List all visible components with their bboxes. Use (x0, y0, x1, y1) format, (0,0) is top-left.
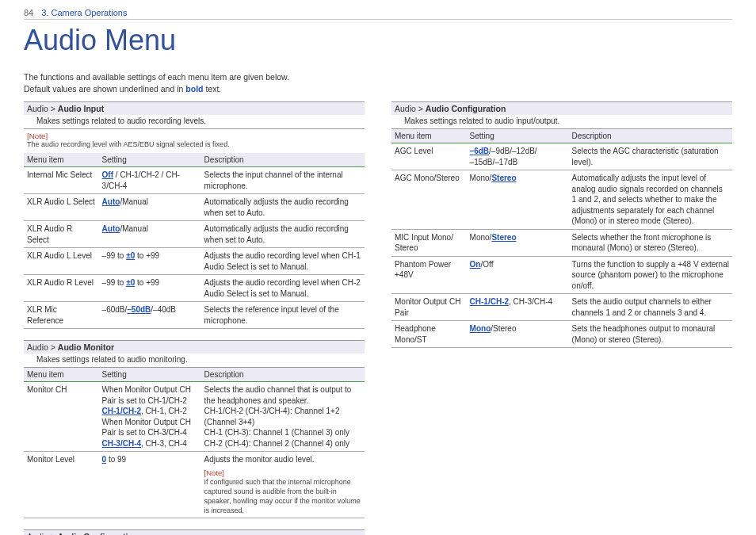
cell-desc: Selects whether the front microphone is … (569, 229, 732, 256)
col-description: Description (569, 129, 732, 143)
audio-config-right-table: Menu item Setting Description AGC Level–… (391, 129, 732, 348)
audio-monitor-block: Audio > Audio Monitor Makes settings rel… (24, 340, 365, 518)
cell-setting: Auto/Manual (99, 221, 201, 248)
block-title: Audio > Audio Configuration (24, 529, 365, 535)
table-row: AGC Mono/StereoMono/StereoAutomatically … (391, 170, 732, 230)
page-header: 84 3. Camera Operations (24, 8, 732, 20)
intro-line-2: Default values are shown underlined and … (24, 83, 732, 95)
table-row: Monitor Output CH PairCH-1/CH-2, CH-3/CH… (391, 294, 732, 321)
table-row: Monitor CH When Monitor Output CH Pair i… (24, 382, 365, 452)
cell-setting: –6dB/–9dB/–12dB/–15dB/–17dB (467, 143, 569, 170)
cell-setting: When Monitor Output CH Pair is set to CH… (99, 382, 201, 452)
cell-setting: Mono/Stereo (467, 229, 569, 256)
table-row: AGC Level–6dB/–9dB/–12dB/–15dB/–17dBSele… (391, 143, 732, 170)
col-menu-item: Menu item (24, 153, 99, 167)
col-menu-item: Menu item (24, 368, 99, 382)
cell-item: XLR Audio L Level (24, 248, 99, 275)
table-row: XLR Audio L Level–99 to ±0 to +99Adjusts… (24, 248, 365, 275)
table-row: XLR Mic Reference–60dB/–50dB/–40dBSelect… (24, 302, 365, 329)
section-breadcrumb[interactable]: 3. Camera Operations (41, 8, 127, 17)
cell-setting: –99 to ±0 to +99 (99, 275, 201, 302)
page-number: 84 (24, 8, 33, 17)
cell-desc: Selects the input channel of the interna… (201, 167, 365, 194)
table-row: Headphone Mono/STMono/StereoSets the hea… (391, 321, 732, 348)
table-header-row: Menu item Setting Description (24, 153, 365, 167)
cell-item: Internal Mic Select (24, 167, 99, 194)
col-setting: Setting (467, 129, 569, 143)
block-subtitle: Makes settings related to audio monitori… (24, 353, 365, 368)
cell-desc: Selects the audio channel that is output… (201, 382, 365, 452)
cell-item: AGC Level (391, 143, 467, 170)
cell-item: AGC Mono/Stereo (391, 170, 467, 230)
cell-setting: Auto/Manual (99, 194, 201, 221)
table-row: XLR Audio L SelectAuto/ManualAutomatical… (24, 194, 365, 221)
note-text: The audio recording level with AES/EBU s… (24, 140, 365, 150)
table-row: XLR Audio R SelectAuto/ManualAutomatical… (24, 221, 365, 248)
table-header-row: Menu item Setting Description (391, 129, 732, 143)
cell-item: XLR Audio L Select (24, 194, 99, 221)
cell-item: XLR Mic Reference (24, 302, 99, 329)
cell-item: Monitor Level (24, 452, 99, 518)
cell-desc: Automatically adjusts the audio recordin… (201, 194, 365, 221)
col-description: Description (201, 368, 365, 382)
cell-setting: Mono/Stereo (467, 321, 569, 348)
col-setting: Setting (99, 153, 201, 167)
cell-setting: CH-1/CH-2, CH-3/CH-4 (467, 294, 569, 321)
audio-monitor-table: Menu item Setting Description Monitor CH… (24, 368, 365, 518)
col-setting: Setting (99, 368, 201, 382)
block-title: Audio > Audio Configuration (391, 101, 732, 115)
right-column: Audio > Audio Configuration Makes settin… (391, 101, 732, 535)
table-row: Internal Mic SelectOff / CH-1/CH-2 / CH-… (24, 167, 365, 194)
block-title: Audio > Audio Input (24, 101, 365, 115)
cell-desc: Adjusts the monitor audio level. [Note] … (201, 452, 365, 518)
audio-input-table: Menu item Setting Description Internal M… (24, 153, 365, 329)
cell-item: Monitor Output CH Pair (391, 294, 467, 321)
cell-desc: Automatically adjusts the input level of… (569, 170, 732, 230)
cell-item: Phantom Power +48V (391, 256, 467, 294)
cell-item: XLR Audio R Level (24, 275, 99, 302)
cell-setting: Mono/Stereo (467, 170, 569, 230)
block-subtitle: Makes settings related to audio input/ou… (391, 115, 732, 129)
table-row: Phantom Power +48VOn/OffTurns the functi… (391, 256, 732, 294)
intro-line-1: The functions and available settings of … (24, 71, 732, 83)
cell-setting: On/Off (467, 256, 569, 294)
table-header-row: Menu item Setting Description (24, 368, 365, 382)
cell-desc: Turns the function to supply a +48 V ext… (569, 256, 732, 294)
cell-item: XLR Audio R Select (24, 221, 99, 248)
intro-text: The functions and available settings of … (24, 71, 732, 95)
cell-item: MIC Input Mono/Stereo (391, 229, 467, 256)
cell-desc: Selects the AGC characteristic (saturati… (569, 143, 732, 170)
note-label: [Note] (24, 132, 365, 140)
cell-desc: Selects the reference input level of the… (201, 302, 365, 329)
table-row: XLR Audio R Level–99 to ±0 to +99Adjusts… (24, 275, 365, 302)
cell-setting: Off / CH-1/CH-2 / CH-3/CH-4 (99, 167, 201, 194)
cell-desc: Adjusts the audio recording level when C… (201, 275, 365, 302)
page: 84 3. Camera Operations Audio Menu The f… (0, 0, 756, 535)
col-menu-item: Menu item (391, 129, 467, 143)
cell-setting: –60dB/–50dB/–40dB (99, 302, 201, 329)
cell-desc: Sets the audio output channels to either… (569, 294, 732, 321)
table-row: MIC Input Mono/StereoMono/StereoSelects … (391, 229, 732, 256)
cell-setting: 0 to 99 (99, 452, 201, 518)
audio-config-right-block: Audio > Audio Configuration Makes settin… (391, 101, 732, 348)
cell-item: Headphone Mono/ST (391, 321, 467, 348)
cell-item: Monitor CH (24, 382, 99, 452)
cell-desc: Sets the headphones output to monaural (… (569, 321, 732, 348)
block-subtitle: Makes settings related to audio recordin… (24, 115, 365, 129)
cell-desc: Adjusts the audio recording level when C… (201, 248, 365, 275)
left-column: Audio > Audio Input Makes settings relat… (24, 101, 365, 535)
table-row: Monitor Level 0 to 99 Adjusts the monito… (24, 452, 365, 518)
page-title: Audio Menu (24, 24, 732, 57)
cell-desc: Automatically adjusts the audio recordin… (201, 221, 365, 248)
audio-input-block: Audio > Audio Input Makes settings relat… (24, 101, 365, 329)
audio-config-left-block: Audio > Audio Configuration Makes settin… (24, 529, 365, 535)
block-title: Audio > Audio Monitor (24, 340, 365, 353)
cell-setting: –99 to ±0 to +99 (99, 248, 201, 275)
col-description: Description (201, 153, 365, 167)
two-column-layout: Audio > Audio Input Makes settings relat… (24, 101, 732, 535)
